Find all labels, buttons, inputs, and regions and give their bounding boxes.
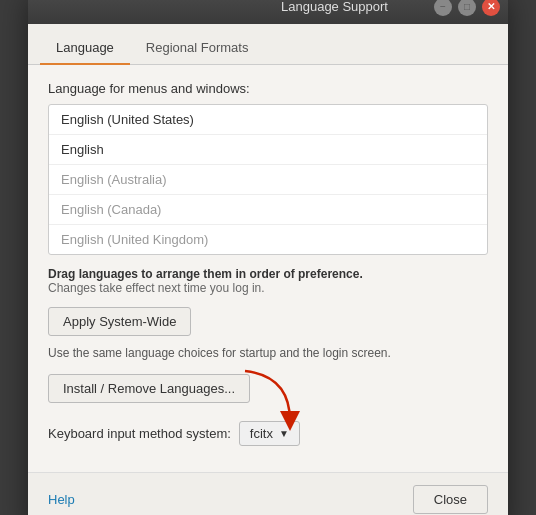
apply-system-wide-button[interactable]: Apply System-Wide (48, 307, 191, 336)
section-language-label: Language for menus and windows: (48, 81, 488, 96)
close-window-button[interactable]: ✕ (482, 0, 500, 16)
content-area: Language Regional Formats Language for m… (28, 24, 508, 472)
red-arrow-annotation (235, 366, 305, 436)
drag-hint-sub: Changes take effect next time you log in… (48, 281, 265, 295)
list-item[interactable]: English (United States) (49, 105, 487, 135)
language-support-window: Language Support − □ ✕ Language Regional… (28, 0, 508, 515)
tab-language[interactable]: Language (40, 32, 130, 65)
keyboard-input-row: Keyboard input method system: fcitx ▼ (48, 421, 488, 446)
list-item[interactable]: English (Australia) (49, 165, 487, 195)
drag-hint: Drag languages to arrange them in order … (48, 267, 488, 295)
tab-bar: Language Regional Formats (28, 24, 508, 65)
close-button[interactable]: Close (413, 485, 488, 514)
help-link[interactable]: Help (48, 492, 75, 507)
install-remove-button[interactable]: Install / Remove Languages... (48, 374, 250, 403)
keyboard-input-label: Keyboard input method system: (48, 426, 231, 441)
titlebar: Language Support − □ ✕ (28, 0, 508, 24)
window-title: Language Support (235, 0, 434, 14)
tab-regional-formats[interactable]: Regional Formats (130, 32, 265, 65)
window-controls: − □ ✕ (434, 0, 500, 16)
maximize-button[interactable]: □ (458, 0, 476, 16)
use-same-label: Use the same language choices for startu… (48, 346, 488, 360)
language-list: English (United States) English English … (48, 104, 488, 255)
footer: Help Close (28, 472, 508, 516)
list-item[interactable]: English (Canada) (49, 195, 487, 225)
main-content: Language for menus and windows: English … (28, 65, 508, 472)
list-item[interactable]: English (United Kingdom) (49, 225, 487, 254)
minimize-button[interactable]: − (434, 0, 452, 16)
list-item[interactable]: English (49, 135, 487, 165)
